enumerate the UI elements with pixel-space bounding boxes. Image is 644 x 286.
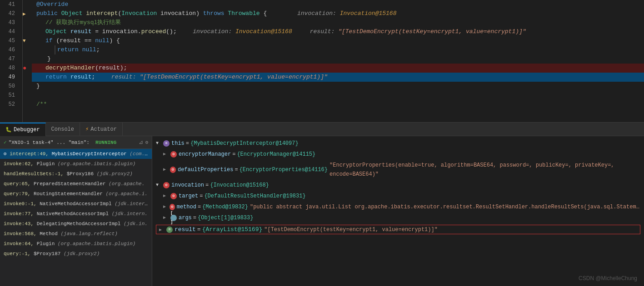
code-line-44: Object result = invocation.proceed(); in…: [32, 27, 644, 36]
stack-list: ⊙ intercept:49, MybatisDecryptIntercepto…: [0, 149, 152, 286]
expand-encryptormanager-icon[interactable]: ▶: [163, 150, 169, 159]
line-num-49: 49: [4, 73, 19, 82]
var-type-icon-target: ⚙: [170, 193, 177, 199]
gutter-45: ▼: [23, 36, 32, 45]
code-line-51: [32, 91, 644, 100]
line-num-43: 43: [4, 18, 19, 27]
line-num-51: 51: [4, 91, 19, 100]
var-type-icon-result: ≡: [166, 227, 173, 233]
actuator-icon: ⚡: [85, 126, 89, 133]
expand-result-icon[interactable]: ▶: [159, 227, 165, 232]
gutter-52: [23, 100, 32, 109]
code-line-42: public Object intercept(Invocation invoc…: [32, 9, 644, 18]
code-line-52: /**: [32, 100, 644, 109]
stack-item-4[interactable]: query:79, RoutingStatementHandler (org.a…: [0, 189, 152, 199]
var-encryptormanager[interactable]: ▶ ⚙ encryptorManager = {EncryptorManager…: [152, 149, 644, 160]
panel-content: ✓ "XNIO-1 task-4" ... "main": RUNNING ⊿ …: [0, 136, 644, 286]
thread-header: ✓ "XNIO-1 task-4" ... "main": RUNNING ⊿ …: [0, 136, 152, 149]
line-num-42: 42: [4, 9, 19, 18]
var-target[interactable]: ▶ ⚙ target = {DefaultResultSetHandler@19…: [152, 191, 644, 202]
stack-item-7[interactable]: invoke:43, DelegatingMethodAccessorImpl …: [0, 219, 152, 229]
line-num-50: 50: [4, 82, 19, 91]
stack-item-6[interactable]: invoke:77, NativeMethodAccessorImpl (jdk…: [0, 209, 152, 219]
tab-debugger-label: Debugger: [14, 127, 40, 133]
expand-this-icon[interactable]: ▼: [156, 139, 161, 148]
line-num-41: 41: [4, 0, 19, 9]
var-type-icon-encryptormanager: ⚙: [170, 151, 177, 158]
settings-icon[interactable]: ⚙: [145, 139, 148, 145]
var-type-icon-invocation: ⚙: [163, 182, 170, 188]
stack-item-9[interactable]: invoke:64, Plugin (org.apache.ibatis.plu…: [0, 239, 152, 249]
stack-item-8[interactable]: invoke:568, Method (java.lang.reflect): [0, 229, 152, 239]
expand-args-icon[interactable]: ▶: [163, 213, 169, 222]
gutter-46: [23, 45, 32, 54]
watermark: CSDN @MichelleChung: [579, 275, 637, 281]
line-num-45: 45: [4, 36, 19, 45]
code-line-45: if (result == null) {: [32, 36, 644, 45]
line-num-48: 48: [4, 64, 19, 73]
code-line-46: return null;: [32, 45, 644, 54]
line-num-46: 46: [4, 45, 19, 54]
tab-actuator[interactable]: ⚡ Actuator: [80, 123, 123, 136]
checkmark-icon: ✓: [4, 139, 7, 145]
tab-actuator-label: Actuator: [90, 126, 117, 133]
gutter-50: [23, 82, 32, 91]
tab-console[interactable]: Console: [46, 123, 80, 136]
var-method[interactable]: ▶ ⚙ method = {Method@19832} "public abst…: [152, 202, 644, 212]
tab-debugger[interactable]: 🐛 Debugger: [0, 123, 46, 136]
code-line-49: return result; result: "[TestDemoEncrypt…: [32, 73, 644, 82]
stack-item-10[interactable]: query:-1, $Proxy187 (jdk.proxy2): [0, 249, 152, 259]
var-defaultproperties[interactable]: ▶ ⚙ defaultProperties = {EncryptorProper…: [152, 160, 644, 180]
gutter-47: [23, 54, 32, 64]
var-result[interactable]: ▶ ≡ result = {ArrayList@15169} "[TestDem…: [156, 225, 640, 234]
code-editor: 41 42 43 44 45 46 47 48 49 50 51 52 ▶ ▼ …: [0, 0, 644, 123]
stack-arrow-icon: ⊙: [4, 151, 10, 157]
stack-item-3[interactable]: query:65, PreparedStatementHandler (org.…: [0, 179, 152, 189]
code-line-43: // 获取执行mysql执行结果: [32, 18, 644, 27]
line-num-44: 44: [4, 27, 19, 36]
stack-item-2[interactable]: handleResultSets:-1, $Proxy186 (jdk.prox…: [0, 169, 152, 179]
gutter-41: [23, 0, 32, 9]
gutter-48: ●: [23, 64, 32, 73]
var-type-icon-args: [ ]: [170, 215, 177, 221]
expand-target-icon[interactable]: ▶: [163, 192, 169, 201]
var-type-icon-defaultproperties: ⚙: [170, 167, 176, 173]
breakpoint-icon[interactable]: ●: [23, 65, 26, 71]
line-num-52: 52: [4, 100, 19, 109]
bottom-panel: 🐛 Debugger Console ⚡ Actuator ✓ "XNIO-1 …: [0, 123, 644, 286]
var-this[interactable]: ▼ ≡ this = {MybatisDecryptInterceptor@14…: [152, 138, 644, 149]
expand-invocation-icon[interactable]: ▼: [156, 181, 161, 190]
gutter-area: ▶ ▼ ●: [23, 0, 32, 122]
var-args[interactable]: ▶ [ ] args = {Object[1]@19833}: [152, 212, 644, 223]
gutter-49: [23, 73, 32, 82]
thread-main: "main": [69, 140, 87, 145]
code-line-47: }: [32, 54, 644, 64]
panel-tabs: 🐛 Debugger Console ⚡ Actuator: [0, 123, 644, 136]
line-numbers: 41 42 43 44 45 46 47 48 49 50 51 52: [0, 0, 23, 122]
code-line-41: @Override: [32, 0, 644, 9]
filter-icon[interactable]: ⊿: [139, 139, 143, 146]
code-line-50: }: [32, 82, 644, 91]
left-panel: ✓ "XNIO-1 task-4" ... "main": RUNNING ⊿ …: [0, 136, 152, 286]
debugger-tab-icon: 🐛: [5, 127, 12, 133]
gutter-44: [23, 27, 32, 36]
thread-status: RUNNING: [95, 140, 116, 145]
code-line-48: decryptHandler(result);: [32, 64, 644, 73]
collapse-arrow-icon[interactable]: ▼: [23, 38, 26, 44]
var-type-icon-this: ≡: [163, 140, 170, 147]
stack-item-5[interactable]: invoke0:-1, NativeMethodAccessorImpl (jd…: [0, 199, 152, 209]
expand-defaultproperties-icon[interactable]: ▶: [163, 165, 168, 174]
var-invocation[interactable]: ▼ ⚙ invocation = {Invocation@15168}: [152, 180, 644, 191]
gutter-43: [23, 18, 32, 27]
stack-item-1[interactable]: invoke:62, Plugin (org.apache.ibatis.plu…: [0, 159, 152, 169]
thread-name: "XNIO-1 task-4": [9, 140, 54, 145]
gutter-51: [23, 91, 32, 100]
right-panel: ▼ ≡ this = {MybatisDecryptInterceptor@14…: [152, 136, 644, 286]
code-content: @Override public Object intercept(Invoca…: [32, 0, 644, 122]
gutter-42: ▶: [23, 9, 32, 18]
line-num-47: 47: [4, 54, 19, 64]
tab-console-label: Console: [51, 126, 74, 133]
expand-method-icon[interactable]: ▶: [163, 202, 168, 212]
current-line-arrow-icon: ▶: [23, 11, 26, 17]
stack-item-0[interactable]: ⊙ intercept:49, MybatisDecryptIntercepto…: [0, 149, 152, 159]
